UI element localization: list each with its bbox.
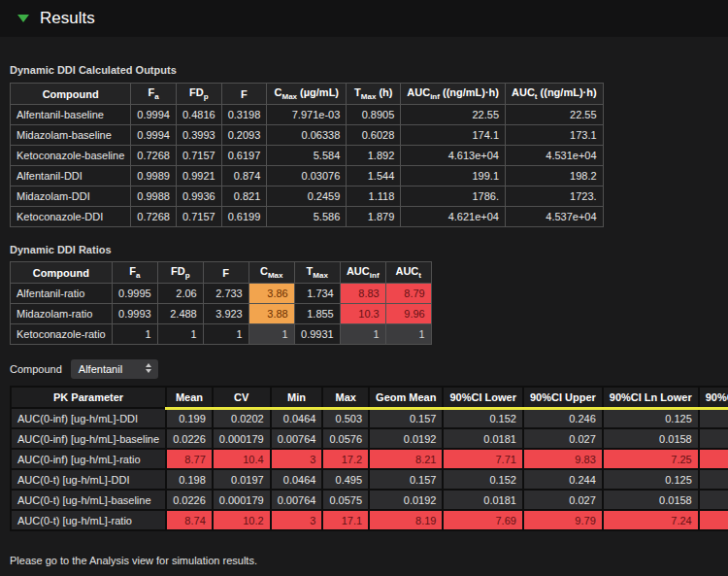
row-label-cell: Midazolam-baseline (11, 125, 131, 146)
value-cell: 0.0575 (322, 490, 369, 510)
row-label-cell: AUC(0-t) [ug-h/mL]-DDI (11, 469, 166, 490)
header-row: PK ParameterMeanCVMinMaxGeom Mean90%CI L… (11, 387, 728, 408)
value-cell: 0.9994 (131, 105, 177, 125)
value-cell: 8.77 (166, 449, 213, 469)
table-row: Alfentanil-DDI0.99890.99210.8740.030761.… (11, 166, 604, 186)
value-cell: 0.9936 (176, 186, 221, 207)
value-cell: 1 (157, 324, 203, 345)
column-header: CMax (248, 262, 294, 284)
value-cell: 0.7268 (131, 146, 177, 166)
value-cell: 0.4816 (176, 105, 221, 125)
column-header: AUCinf ((ng/mL)·h) (401, 84, 506, 105)
table-row: AUC(0-inf) [ug-h/mL]-ratio8.7710.4317.28… (11, 449, 728, 469)
value-cell: 3.88 (248, 304, 294, 324)
compound-label: Compound (10, 363, 62, 375)
column-header: 90%CI Upper (523, 387, 603, 408)
value-cell: 22.55 (401, 105, 506, 125)
value-cell: 0.246 (523, 408, 603, 428)
column-header: F (221, 84, 267, 105)
value-cell: 0.244 (523, 469, 603, 490)
value-cell: 4.537e+04 (506, 207, 604, 227)
row-label-cell: Alfentanil-baseline (11, 105, 131, 125)
column-header: Compound (11, 262, 113, 284)
value-cell: 0.9921 (176, 166, 221, 186)
dropdown-stepper-icon (146, 363, 151, 373)
value-cell: 0.0232 (699, 428, 728, 449)
value-cell: 0.0181 (443, 428, 522, 449)
value-cell: 2.06 (157, 284, 203, 304)
value-cell: 4.531e+04 (506, 146, 604, 166)
value-cell: 0.0202 (213, 408, 271, 428)
value-cell: 0.125 (603, 408, 699, 428)
value-cell: 173.1 (506, 125, 604, 146)
value-cell: 0.03076 (267, 166, 347, 186)
value-cell: 0.0232 (699, 490, 728, 510)
value-cell: 0.157 (369, 408, 443, 428)
row-label-cell: AUC(0-t) [ug-h/mL]-ratio (11, 510, 166, 530)
value-cell: 0.9995 (112, 284, 157, 304)
column-header: CMax (µg/mL) (267, 84, 347, 105)
column-header: Compound (11, 84, 131, 105)
value-cell: 0.000179 (213, 490, 271, 510)
value-cell: 0.821 (221, 186, 267, 207)
value-cell: 0.027 (523, 428, 603, 449)
value-cell: 0.157 (369, 469, 443, 490)
collapse-section-icon[interactable] (17, 15, 29, 22)
value-cell: 0.00764 (271, 428, 323, 449)
value-cell: 17.1 (322, 510, 369, 530)
value-cell: 3 (271, 510, 323, 530)
value-cell: 7.25 (603, 449, 699, 469)
row-label-cell: AUC(0-t) [ug-h/mL]-baseline (11, 490, 166, 510)
ratios-table-title: Dynamic DDI Ratios (10, 244, 718, 255)
value-cell: 1 (248, 324, 294, 345)
header-row: CompoundFaFDpFCMaxTMaxAUCinfAUCt (11, 262, 432, 284)
row-label-cell: AUC(0-inf) [ug-h/mL]-DDI (11, 408, 166, 428)
row-label-cell: AUC(0-inf) [ug-h/mL]-baseline (11, 428, 166, 449)
value-cell: 0.2459 (267, 186, 347, 207)
value-cell: 10.2 (213, 510, 271, 530)
value-cell: 3.923 (203, 304, 248, 324)
column-header: Fa (131, 84, 177, 105)
table-row: Midazolam-DDI0.99880.99360.8210.24591.11… (11, 186, 604, 207)
value-cell: 7.971e-03 (267, 105, 347, 125)
column-header: Fa (112, 262, 157, 284)
column-header: TMax (h) (347, 84, 401, 105)
value-cell: 0.7268 (131, 207, 177, 227)
value-cell: 0.0192 (369, 490, 443, 510)
row-label-cell: Midazolam-ratio (11, 304, 113, 324)
compound-dropdown[interactable]: Alfentanil (71, 359, 158, 379)
column-header: AUCinf (340, 262, 385, 284)
value-cell: 8.79 (385, 284, 431, 304)
value-cell: 1.734 (294, 284, 340, 304)
value-cell: 9.96 (385, 304, 431, 324)
value-cell: 9.27 (699, 510, 728, 530)
value-cell: 1.879 (347, 207, 401, 227)
column-header: 90%CI Lower (443, 387, 522, 408)
column-header: FDp (176, 84, 221, 105)
value-cell: 0.0192 (369, 428, 443, 449)
column-header: TMax (294, 262, 340, 284)
value-cell: 0.9994 (131, 125, 177, 146)
column-header: Max (322, 387, 369, 408)
table-row: Midazolam-baseline0.99940.39930.20930.06… (11, 125, 604, 146)
column-header: 90%CI Ln Lower (603, 387, 699, 408)
value-cell: 0.9989 (131, 166, 177, 186)
value-cell: 0.00764 (271, 490, 323, 510)
column-header: Geom Mean (369, 387, 443, 408)
value-cell: 8.19 (369, 510, 443, 530)
value-cell: 0.0464 (271, 469, 323, 490)
compound-selector-row: Compound Alfentanil (10, 359, 718, 379)
ddi-ratios-table: CompoundFaFDpFCMaxTMaxAUCinfAUCtAlfentan… (10, 261, 432, 345)
value-cell: 0.198 (699, 408, 728, 428)
value-cell: 1 (112, 324, 157, 345)
column-header: FDp (157, 262, 203, 284)
value-cell: 3 (271, 449, 323, 469)
row-label-cell: Midazolam-DDI (11, 186, 131, 207)
value-cell: 0.6197 (221, 146, 267, 166)
value-cell: 9.3 (699, 449, 728, 469)
value-cell: 10.3 (340, 304, 385, 324)
analysis-note: Please go to the Analysis view for simul… (10, 555, 718, 566)
table-row: Midazolam-ratio0.99932.4883.9233.881.855… (11, 304, 432, 324)
row-label-cell: Alfentanil-DDI (11, 166, 131, 186)
value-cell: 17.2 (322, 449, 369, 469)
